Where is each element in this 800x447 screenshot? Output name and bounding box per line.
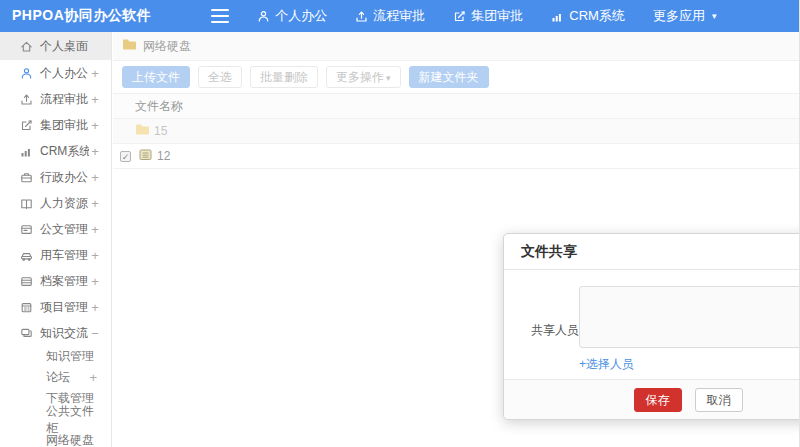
nav-item-label: 个人办公 bbox=[275, 7, 327, 25]
folder-icon bbox=[122, 38, 137, 54]
share-members-label: 共享人员 bbox=[531, 322, 579, 339]
menu-toggle-icon[interactable] bbox=[211, 9, 229, 23]
archive-icon bbox=[19, 274, 33, 288]
caret-down-icon: ▾ bbox=[386, 73, 391, 83]
file-name[interactable]: 12 bbox=[157, 149, 170, 163]
modal-title: 文件共享 bbox=[521, 243, 577, 261]
file-checkbox[interactable]: ✓ bbox=[120, 151, 131, 162]
modal-footer: 保存 取消 bbox=[504, 379, 800, 419]
project-icon bbox=[19, 300, 33, 314]
sidebar: 个人桌面 个人办公 + 流程审批 + 集团审批 + CRM系统 + 行政办公 +… bbox=[0, 32, 112, 447]
approve-icon bbox=[19, 92, 33, 106]
file-name-column-header: 文件名称 bbox=[135, 98, 183, 115]
share-members-input[interactable] bbox=[579, 286, 800, 348]
file-table-header: 文件名称 bbox=[113, 94, 800, 119]
expand-minus[interactable]: − bbox=[89, 326, 101, 341]
new-folder-button[interactable]: 新建文件夹 bbox=[409, 66, 489, 88]
caret-down-icon: ▾ bbox=[712, 11, 717, 21]
file-row-file-12[interactable]: ✓ 12 bbox=[113, 144, 800, 169]
batch-delete-button[interactable]: 批量删除 bbox=[250, 66, 318, 88]
user-icon bbox=[257, 10, 270, 23]
car-icon bbox=[19, 248, 33, 262]
expand-plus[interactable]: + bbox=[89, 196, 101, 211]
modal-header: 文件共享 bbox=[504, 234, 800, 270]
sidebar-item-personal-office[interactable]: 个人办公 + bbox=[0, 60, 111, 86]
select-all-button[interactable]: 全选 bbox=[198, 66, 242, 88]
expand-plus[interactable]: + bbox=[89, 222, 101, 237]
edit-icon bbox=[19, 118, 33, 132]
sidebar-subitem-public-file-cabinet[interactable]: 公共文件柜 bbox=[0, 409, 111, 430]
expand-plus[interactable]: + bbox=[89, 170, 101, 185]
book-icon bbox=[19, 196, 33, 210]
expand-plus[interactable]: + bbox=[89, 144, 101, 159]
sidebar-item-admin-office[interactable]: 行政办公 + bbox=[0, 164, 111, 190]
nav-item-label: CRM系统 bbox=[569, 7, 625, 25]
upload-file-button[interactable]: 上传文件 bbox=[122, 66, 190, 88]
sidebar-item-personal-desktop[interactable]: 个人桌面 bbox=[0, 32, 111, 60]
home-icon bbox=[19, 39, 33, 53]
cancel-button[interactable]: 取消 bbox=[695, 388, 743, 412]
expand-plus[interactable]: + bbox=[89, 92, 101, 107]
file-share-modal: 文件共享 共享人员 +选择人员 保存 取消 bbox=[503, 233, 800, 420]
expand-plus[interactable]: + bbox=[89, 274, 101, 289]
navbar-menu: 个人办公 流程审批 集团审批 CRM系统 更多应用 ▾ bbox=[243, 0, 730, 32]
folder-icon bbox=[135, 123, 150, 139]
chart-icon bbox=[19, 144, 33, 158]
sidebar-item-document-mgmt[interactable]: 公文管理 + bbox=[0, 216, 111, 242]
nav-item-crm[interactable]: CRM系统 bbox=[537, 0, 639, 32]
sidebar-item-archive-mgmt[interactable]: 档案管理 + bbox=[0, 268, 111, 294]
expand-plus[interactable]: + bbox=[89, 118, 101, 133]
nav-item-label: 流程审批 bbox=[373, 7, 425, 25]
nav-item-process-approval[interactable]: 流程审批 bbox=[341, 0, 439, 32]
chart-icon bbox=[551, 10, 564, 23]
nav-item-label: 集团审批 bbox=[471, 7, 523, 25]
chat-icon bbox=[19, 326, 33, 340]
file-icon bbox=[138, 148, 153, 164]
sidebar-subitem-knowledge-mgmt[interactable]: 知识管理 bbox=[0, 346, 111, 367]
modal-body: 共享人员 +选择人员 bbox=[504, 270, 800, 379]
edit-icon bbox=[453, 10, 466, 23]
nav-item-personal-office[interactable]: 个人办公 bbox=[243, 0, 341, 32]
more-actions-dropdown[interactable]: 更多操作▾ bbox=[326, 66, 401, 88]
file-table: 文件名称 15 ✓ 12 bbox=[113, 93, 800, 169]
user-icon bbox=[19, 66, 33, 80]
briefcase-icon bbox=[19, 170, 33, 184]
top-navbar: PHPOA协同办公软件 个人办公 流程审批 集团审批 CRM系统 bbox=[0, 0, 800, 32]
toolbar: 上传文件 全选 批量删除 更多操作▾ 新建文件夹 bbox=[113, 61, 800, 93]
sidebar-item-group-approval[interactable]: 集团审批 + bbox=[0, 112, 111, 138]
breadcrumb-label: 网络硬盘 bbox=[143, 38, 191, 55]
sidebar-item-project-mgmt[interactable]: 项目管理 + bbox=[0, 294, 111, 320]
sidebar-item-process-approval[interactable]: 流程审批 + bbox=[0, 86, 111, 112]
nav-item-label: 更多应用 bbox=[653, 7, 705, 25]
document-icon bbox=[19, 222, 33, 236]
expand-plus[interactable]: + bbox=[89, 370, 97, 385]
sidebar-item-knowledge-exchange[interactable]: 知识交流 − bbox=[0, 320, 111, 346]
expand-plus[interactable]: + bbox=[89, 300, 101, 315]
nav-item-group-approval[interactable]: 集团审批 bbox=[439, 0, 537, 32]
save-button[interactable]: 保存 bbox=[634, 388, 682, 412]
sidebar-item-crm[interactable]: CRM系统 + bbox=[0, 138, 111, 164]
approve-icon bbox=[355, 10, 368, 23]
expand-plus[interactable]: + bbox=[89, 66, 101, 81]
breadcrumb: 网络硬盘 bbox=[113, 32, 800, 61]
sidebar-item-vehicle-mgmt[interactable]: 用车管理 + bbox=[0, 242, 111, 268]
app-logo: PHPOA协同办公软件 bbox=[0, 7, 163, 25]
select-members-link[interactable]: +选择人员 bbox=[579, 356, 634, 373]
nav-item-more-apps[interactable]: 更多应用 ▾ bbox=[639, 0, 731, 32]
sidebar-subitem-forum[interactable]: 论坛 + bbox=[0, 367, 111, 388]
expand-plus[interactable]: + bbox=[89, 248, 101, 263]
file-name[interactable]: 15 bbox=[154, 124, 167, 138]
sidebar-item-hr[interactable]: 人力资源 + bbox=[0, 190, 111, 216]
file-row-folder-15[interactable]: 15 bbox=[113, 119, 800, 144]
